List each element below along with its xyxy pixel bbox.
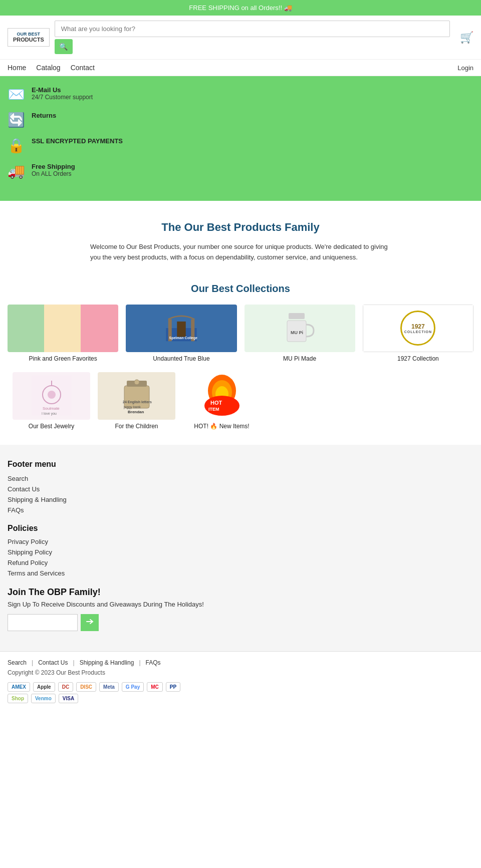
footer-link-search[interactable]: Search xyxy=(8,475,473,482)
shipping-icon: 🚚 xyxy=(8,163,26,179)
mug-svg: MU Pi xyxy=(285,311,315,346)
svg-text:Soulmate: Soulmate xyxy=(43,406,60,411)
jewelry-svg: Soulmate I love you xyxy=(32,376,72,416)
email-subtitle: 24/7 Customer support xyxy=(32,94,93,101)
search-button[interactable]: 🔍 xyxy=(55,39,73,54)
logo[interactable]: OUR BEST PRODUCTS xyxy=(8,28,50,47)
search-area: 🔍 xyxy=(55,21,450,54)
collection-children[interactable]: 24 English letters piggy bank Brendan Cu… xyxy=(98,372,175,430)
svg-point-26 xyxy=(204,396,239,416)
svg-text:Spelman College: Spelman College xyxy=(169,336,197,340)
children-svg: 24 English letters piggy bank Brendan Cu… xyxy=(117,376,157,416)
collection-label-spelman: Undaunted True Blue xyxy=(126,355,236,362)
copyright: Copyright © 2023 Our Best Products xyxy=(8,669,473,676)
footer-menu-title: Footer menu xyxy=(8,460,473,469)
collection-label-1927: 1927 Collection xyxy=(363,355,473,362)
svg-text:HOT: HOT xyxy=(210,400,222,406)
login-link[interactable]: Login xyxy=(457,64,473,72)
nav-bar: Home Catalog Contact Login xyxy=(0,60,481,76)
collection-img-1927: 1927 COLLECTION xyxy=(363,305,473,352)
hot-image: HOT ITEM xyxy=(183,372,261,420)
bottom-link-shipping[interactable]: Shipping & Handling xyxy=(80,659,134,666)
top-banner: FREE SHIPPING on all Orders!! 🚚 xyxy=(0,0,481,16)
svg-rect-6 xyxy=(289,313,305,319)
footer-link-terms[interactable]: Terms and Services xyxy=(8,569,473,577)
pink-green-image xyxy=(8,305,118,352)
shipping-subtitle: On ALL Orders xyxy=(32,170,75,177)
collection-img-children: 24 English letters piggy bank Brendan Cu… xyxy=(98,372,175,420)
payment-amex: AMEX xyxy=(8,682,30,692)
payment-icons-row2: Shop Venmo VISA xyxy=(8,694,473,703)
payment-google: G Pay xyxy=(122,682,144,692)
footer-link-faqs[interactable]: FAQs xyxy=(8,506,473,514)
svg-text:piggy bank: piggy bank xyxy=(124,405,141,409)
arrow-right-icon xyxy=(86,618,94,626)
email-icon: ✉️ xyxy=(8,86,26,103)
nav-home[interactable]: Home xyxy=(8,64,26,72)
join-desc: Sign Up To Receive Discounts and Giveawa… xyxy=(8,601,473,608)
payment-icons: AMEX Apple DC DISC Meta G Pay MC PP xyxy=(8,682,473,692)
nav-contact[interactable]: Contact xyxy=(71,64,95,72)
returns-title: Returns xyxy=(32,112,56,119)
collection-1927[interactable]: 1927 COLLECTION 1927 Collection xyxy=(363,305,473,362)
1927-image: 1927 COLLECTION xyxy=(363,305,473,352)
bottom-link-search[interactable]: Search xyxy=(8,659,27,666)
payment-shopify: Shop xyxy=(8,694,28,703)
collections-title: Our Best Collections xyxy=(8,283,473,295)
info-section: ✉️ E-Mail Us 24/7 Customer support 🔄 Ret… xyxy=(0,76,481,201)
collection-hot[interactable]: HOT ITEM HOT! 🔥 New Items! xyxy=(183,372,261,430)
mupi-image: MU Pi xyxy=(245,305,355,352)
collection-spelman[interactable]: Spelman College Undaunted True Blue xyxy=(126,305,236,362)
family-description: Welcome to Our Best Products, your numbe… xyxy=(90,242,391,263)
join-email-input[interactable] xyxy=(8,614,78,631)
collection-label-mupi: MU Pi Made xyxy=(245,355,355,362)
info-returns: 🔄 Returns xyxy=(8,112,473,128)
collection-label-hot: HOT! 🔥 New Items! xyxy=(183,423,261,430)
collections-section: Our Best Collections Pink and Green Favo… xyxy=(0,273,481,445)
collection-pink-green[interactable]: Pink and Green Favorites xyxy=(8,305,118,362)
nav-catalog[interactable]: Catalog xyxy=(36,64,60,72)
hot-svg: HOT ITEM xyxy=(199,373,245,418)
svg-rect-3 xyxy=(177,322,186,337)
jewelry-image: Soulmate I love you xyxy=(13,372,90,420)
children-image: 24 English letters piggy bank Brendan Cu… xyxy=(98,372,175,420)
join-form xyxy=(8,614,473,631)
svg-text:24 English letters: 24 English letters xyxy=(123,400,152,404)
payment-apple: Apple xyxy=(33,682,55,692)
footer-link-refund[interactable]: Refund Policy xyxy=(8,559,473,566)
info-email: ✉️ E-Mail Us 24/7 Customer support xyxy=(8,86,473,103)
collection-mupi[interactable]: MU Pi MU Pi Made xyxy=(245,305,355,362)
footer-link-privacy[interactable]: Privacy Policy xyxy=(8,538,473,545)
spelman-gate-svg: Spelman College xyxy=(164,311,199,346)
info-ssl: 🔒 SSL ENCRYPTED PAYMENTS xyxy=(8,137,473,154)
collection-label-children: For the Children xyxy=(98,423,175,430)
footer-bottom: Search | Contact Us | Shipping & Handlin… xyxy=(0,651,481,711)
payment-meta: Meta xyxy=(99,682,119,692)
search-input[interactable] xyxy=(55,21,450,37)
svg-point-10 xyxy=(48,391,56,399)
footer-bottom-links: Search | Contact Us | Shipping & Handlin… xyxy=(8,659,473,666)
footer-link-contact[interactable]: Contact Us xyxy=(8,485,473,493)
ssl-icon: 🔒 xyxy=(8,137,26,154)
join-submit-button[interactable] xyxy=(81,614,99,631)
bottom-link-faqs[interactable]: FAQs xyxy=(146,659,161,666)
ssl-title: SSL ENCRYPTED PAYMENTS xyxy=(32,137,123,145)
1927-circle: 1927 COLLECTION xyxy=(400,311,435,346)
policies-title: Policies xyxy=(8,524,473,533)
footer-link-shipping[interactable]: Shipping & Handling xyxy=(8,496,473,503)
logo-line1: OUR BEST xyxy=(13,32,44,37)
collection-img-hot: HOT ITEM xyxy=(183,372,261,420)
payment-mastercard: MC xyxy=(147,682,163,692)
shipping-title: Free Shipping xyxy=(32,163,75,170)
logo-line2: PRODUCTS xyxy=(13,37,44,43)
cart-icon[interactable]: 🛒 xyxy=(460,31,473,44)
collection-jewelry[interactable]: Soulmate I love you Our Best Jewelry xyxy=(13,372,90,430)
info-shipping: 🚚 Free Shipping On ALL Orders xyxy=(8,163,473,179)
collection-img-spelman: Spelman College xyxy=(126,305,236,352)
header: OUR BEST PRODUCTS 🔍 🛒 xyxy=(0,16,481,60)
svg-point-17 xyxy=(134,380,139,385)
join-title: Join The OBP Family! xyxy=(8,587,473,598)
svg-text:I love you: I love you xyxy=(42,412,57,416)
footer-link-shipping-policy[interactable]: Shipping Policy xyxy=(8,548,473,556)
bottom-link-contact[interactable]: Contact Us xyxy=(38,659,68,666)
